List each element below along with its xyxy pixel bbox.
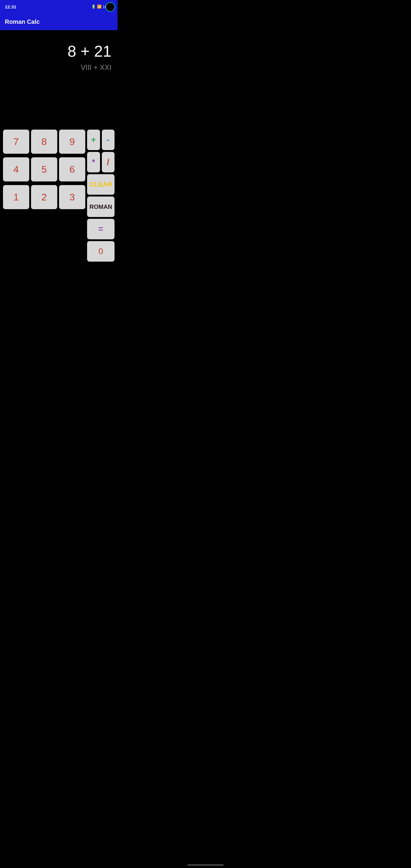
button-roman[interactable]: ROMAN [87,196,115,217]
button-1[interactable]: 1 [3,185,29,209]
digit-row-456: 4 5 6 [3,157,85,181]
app-title: Roman Calc [5,19,40,25]
button-plus[interactable]: + [87,130,100,150]
ops-right: + - * / CLEAR ROMAN = 0 [87,130,115,261]
status-time: 12:31 [5,4,16,9]
button-zero[interactable]: 0 [87,241,115,261]
digit-row-789: 7 8 9 [3,130,85,154]
button-divide[interactable]: / [102,152,115,173]
button-clear[interactable]: CLEAR [87,174,115,195]
digits-left: 7 8 9 4 5 6 1 2 3 [3,130,85,261]
display-roman-expression: VIII + XXI [81,63,112,72]
button-4[interactable]: 4 [3,157,29,181]
multiply-divide-row: * / [87,152,115,173]
status-icons: 🔋 📶 100% [91,4,113,9]
button-minus[interactable]: - [102,130,115,150]
battery-icon: 🔋 [91,4,96,9]
wifi-icon: 📶 [97,4,101,9]
plus-minus-row: + - [87,130,115,150]
button-3[interactable]: 3 [59,185,85,209]
row-1: 7 8 9 4 5 6 1 2 3 + - * [3,130,115,261]
camera-cutout [105,2,115,12]
button-multiply[interactable]: * [87,152,100,173]
display-main-expression: 8 + 21 [67,42,112,60]
display-area: 8 + 21 VIII + XXI [0,30,118,108]
button-8[interactable]: 8 [31,130,57,154]
button-equals[interactable]: = [87,219,115,239]
button-6[interactable]: 6 [59,157,85,181]
app-header: Roman Calc [0,13,118,30]
button-9[interactable]: 9 [59,130,85,154]
button-5[interactable]: 5 [31,157,57,181]
button-2[interactable]: 2 [31,185,57,209]
status-bar: 12:31 🔋 📶 100% [0,0,118,13]
digit-row-123: 1 2 3 [3,185,85,209]
button-7[interactable]: 7 [3,130,29,154]
calculator-pad: 7 8 9 4 5 6 1 2 3 + - * [0,127,118,265]
